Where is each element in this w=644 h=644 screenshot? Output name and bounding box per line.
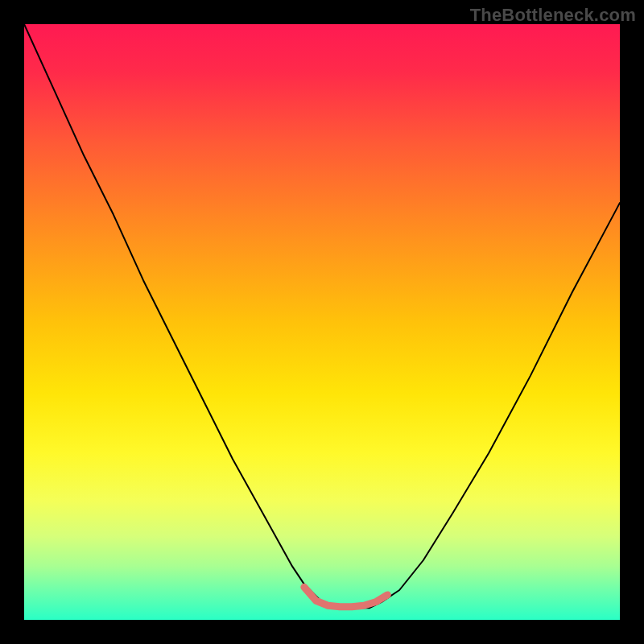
gradient-background [24, 24, 620, 620]
chart-frame: TheBottleneck.com [0, 0, 644, 644]
plot-area [24, 24, 620, 620]
watermark-text: TheBottleneck.com [470, 5, 636, 26]
chart-svg [24, 24, 620, 620]
